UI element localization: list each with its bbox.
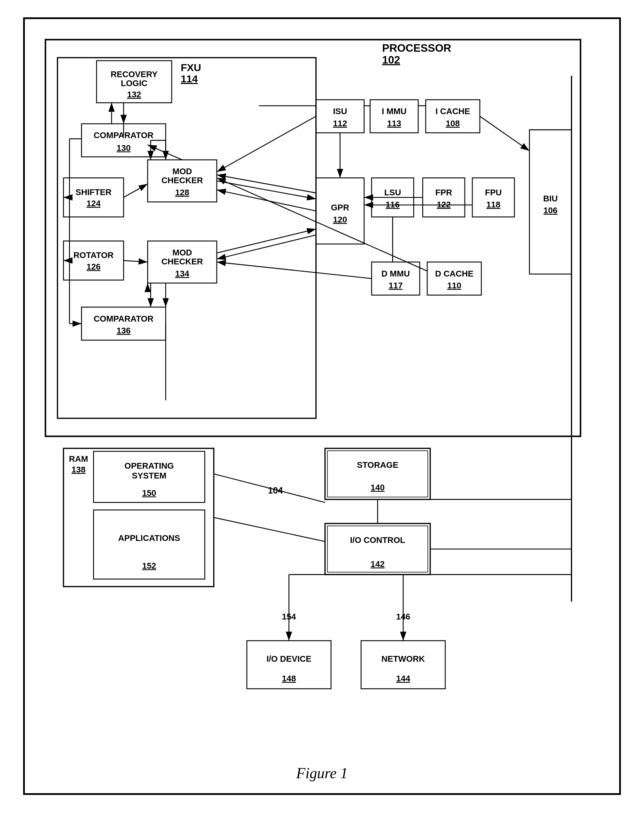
- fpu-box: [472, 178, 514, 217]
- rotator-label: ROTATOR: [73, 251, 114, 260]
- fpr-label: FPR: [435, 188, 452, 197]
- immu-num: 113: [387, 119, 401, 128]
- fpr-num: 122: [437, 200, 451, 209]
- recovery-logic-num: 132: [127, 90, 141, 99]
- mod-checker-134-label: MOD: [172, 248, 192, 257]
- recovery-logic-label: RECOVERY: [111, 70, 158, 79]
- fxu-label: FXU: [181, 62, 201, 73]
- fpu-label: FPU: [485, 188, 502, 197]
- arrow-shifter-mod128: [124, 184, 148, 197]
- rotator-box: [64, 241, 124, 280]
- arrow-mod128-comp130: [148, 145, 182, 160]
- ram-num: 138: [71, 465, 86, 474]
- isu-num: 112: [333, 119, 347, 128]
- apps-num: 152: [142, 561, 156, 570]
- immu-label: I MMU: [382, 107, 407, 116]
- io-device-label: I/O DEVICE: [267, 654, 311, 663]
- bus-104-line2: [214, 518, 325, 541]
- gpr-label: GPR: [331, 203, 349, 212]
- rotator-num: 126: [86, 262, 101, 272]
- os-label2: SYSTEM: [132, 471, 166, 480]
- icache-label: I CACHE: [436, 107, 470, 116]
- mod-checker-128-num: 128: [175, 188, 189, 197]
- io-device-num: 148: [282, 674, 296, 683]
- dmmu-num: 117: [389, 281, 403, 290]
- shifter-box: [64, 178, 124, 217]
- comparator-130-num: 130: [116, 143, 131, 153]
- mod-checker-128-label: MOD: [172, 167, 192, 176]
- io-control-num: 142: [370, 559, 385, 569]
- biu-label: BIU: [543, 194, 558, 203]
- ram-label: RAM: [69, 454, 88, 463]
- processor-box: [45, 40, 580, 436]
- processor-label: PROCESSOR: [382, 42, 451, 54]
- network-num: 144: [396, 674, 410, 683]
- fpu-num: 118: [486, 200, 501, 209]
- storage-num: 140: [370, 483, 385, 492]
- comparator-136-label: COMPARATOR: [94, 314, 153, 323]
- diagram-area: PROCESSOR 102 FXU 114 RECOVERY LOGIC 132…: [36, 31, 608, 753]
- os-label: OPERATING: [125, 461, 174, 470]
- dcache-label: D CACHE: [435, 269, 474, 278]
- arrow-mod134-gpr: [217, 229, 316, 253]
- biu-num: 106: [543, 206, 558, 215]
- io-control-label: I/O CONTROL: [350, 535, 405, 545]
- arrow-146-label: 146: [396, 612, 410, 621]
- fxu-num: 114: [181, 73, 198, 84]
- figure-label: Figure 1: [36, 765, 608, 782]
- arrow-154-label: 154: [282, 612, 296, 621]
- arrow-rotator-mod134: [124, 261, 148, 262]
- arrow-isu-mod128: [217, 116, 316, 172]
- arrow-gpr-shifter: [217, 190, 316, 211]
- dcache-num: 110: [447, 281, 461, 290]
- lsu-num: 116: [386, 200, 400, 209]
- mod-checker-134-num: 134: [175, 269, 189, 278]
- mod-checker-134-label2: CHECKER: [161, 257, 203, 266]
- shifter-label: SHIFTER: [75, 187, 112, 197]
- os-num: 150: [142, 488, 156, 498]
- icache-num: 108: [446, 119, 460, 128]
- arrow-icache-biu: [480, 116, 530, 151]
- shifter-num: 124: [86, 199, 101, 208]
- lsu-label: LSU: [384, 188, 401, 197]
- arrow-gpr-mod134: [217, 235, 316, 259]
- arrow-dmmu-mod134: [217, 262, 372, 279]
- apps-label: APPLICATIONS: [118, 534, 180, 543]
- processor-num: 102: [382, 54, 400, 66]
- network-label: NETWORK: [381, 654, 425, 663]
- recovery-logic-label2: LOGIC: [121, 79, 147, 88]
- storage-label: STORAGE: [357, 460, 398, 470]
- isu-label: ISU: [333, 107, 347, 116]
- dmmu-label: D MMU: [381, 269, 410, 278]
- page-container: PROCESSOR 102 FXU 114 RECOVERY LOGIC 132…: [23, 17, 621, 795]
- fpr-box: [423, 178, 465, 217]
- gpr-num: 120: [333, 215, 347, 224]
- bus-104-label: 104: [268, 485, 283, 496]
- mod-checker-128-label2: CHECKER: [161, 176, 203, 185]
- comparator-136-num: 136: [116, 326, 131, 335]
